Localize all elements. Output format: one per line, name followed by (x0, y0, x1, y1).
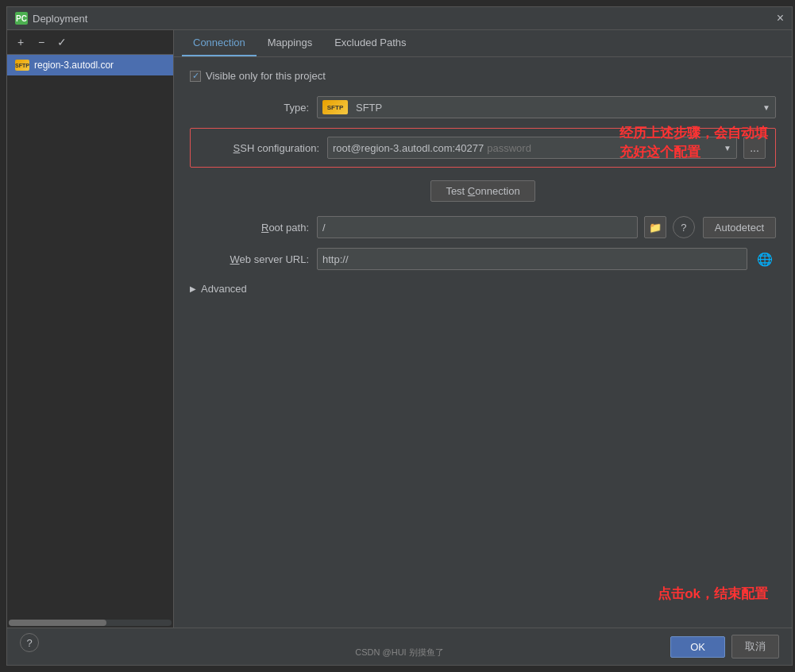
sidebar-scrollbar[interactable] (9, 620, 172, 626)
sidebar-item-label: region-3.autodl.cor (34, 60, 114, 71)
sidebar-empty-space (7, 75, 173, 618)
sidebar-item-sftp[interactable]: SFTP region-3.autodl.cor (7, 55, 173, 75)
chevron-right-icon: ▶ (190, 284, 196, 293)
dialog-title: Deployment (33, 13, 777, 25)
root-path-folder-button[interactable]: 📁 (644, 216, 666, 238)
sftp-select-icon: SFTP (322, 100, 348, 114)
ssh-dropdown-arrow: ▼ (724, 144, 731, 153)
ssh-config-select[interactable]: root@region-3.autodl.com:40277 password … (327, 137, 737, 159)
ssh-config-wrapper: SSH configuration: root@region-3.autodl.… (190, 128, 776, 168)
type-row: Type: SFTP SFTP ▼ (190, 96, 776, 118)
folder-icon: 📁 (649, 222, 662, 234)
root-path-input[interactable]: / (317, 216, 638, 238)
add-button[interactable]: + (12, 33, 29, 51)
autodetect-button[interactable]: Autodetect (703, 217, 776, 238)
type-control: SFTP SFTP ▼ (317, 96, 776, 118)
visible-checkbox-row: Visible only for this project (190, 70, 776, 82)
visible-checkbox-label: Visible only for this project (206, 70, 326, 82)
tab-connection[interactable]: Connection (182, 30, 257, 56)
web-server-input[interactable]: http:// (317, 248, 747, 270)
tab-bar: Connection Mappings Excluded Paths (174, 30, 792, 57)
type-select[interactable]: SFTP SFTP ▼ (317, 96, 776, 118)
type-dropdown-arrow: ▼ (762, 103, 770, 112)
confirm-button[interactable]: ✓ (53, 33, 71, 51)
test-connection-row: Test Connection (190, 180, 776, 202)
sidebar: + − ✓ SFTP region-3.autodl.cor (7, 30, 174, 628)
root-path-label: Root path: (190, 222, 317, 234)
cancel-button[interactable]: 取消 (731, 635, 779, 658)
web-server-label: Web server URL: (190, 253, 317, 265)
title-bar: PC Deployment × (7, 7, 792, 30)
main-content: + − ✓ SFTP region-3.autodl.cor Connectio… (7, 30, 792, 628)
visible-checkbox[interactable] (190, 71, 201, 82)
bottom-bar: OK 取消 (7, 628, 792, 665)
ssh-placeholder: password (487, 142, 531, 154)
root-path-control: / 📁 ? Autodetect (317, 216, 776, 238)
sidebar-toolbar: + − ✓ (7, 30, 173, 55)
web-server-row: Web server URL: http:// 🌐 (190, 248, 776, 270)
form-area: Visible only for this project Type: SFTP… (174, 57, 792, 628)
tab-excluded-paths[interactable]: Excluded Paths (323, 30, 417, 56)
advanced-label: Advanced (201, 283, 247, 295)
ssh-config-row: SSH configuration: root@region-3.autodl.… (200, 137, 766, 159)
ok-button[interactable]: OK (670, 636, 725, 658)
deployment-dialog: PC Deployment × + − ✓ SFTP region-3.auto… (6, 6, 793, 666)
root-path-row: Root path: / 📁 ? Autodetect (190, 216, 776, 238)
close-button[interactable]: × (777, 12, 784, 25)
root-path-help-button[interactable]: ? (673, 216, 695, 238)
right-panel: Connection Mappings Excluded Paths Visib… (174, 30, 792, 628)
sftp-icon: SFTP (15, 60, 29, 71)
annotation-bottom-right: 点击ok，结束配置 (658, 585, 768, 604)
remove-button[interactable]: − (33, 33, 50, 51)
web-server-control: http:// 🌐 (317, 248, 776, 270)
help-button[interactable]: ? (20, 633, 39, 652)
test-connection-button[interactable]: Test Connection (430, 180, 535, 202)
globe-icon: 🌐 (754, 248, 776, 270)
scrollbar-thumb (9, 620, 106, 626)
advanced-section[interactable]: ▶ Advanced (190, 280, 776, 298)
tab-mappings[interactable]: Mappings (257, 30, 323, 56)
bottom-help: ? (20, 633, 39, 652)
type-label: Type: (190, 102, 317, 114)
ssh-label: SSH configuration: (200, 142, 327, 154)
ssh-config-dots-button[interactable]: ... (743, 137, 766, 159)
ssh-control: root@region-3.autodl.com:40277 password … (327, 137, 766, 159)
app-icon: PC (15, 12, 28, 25)
